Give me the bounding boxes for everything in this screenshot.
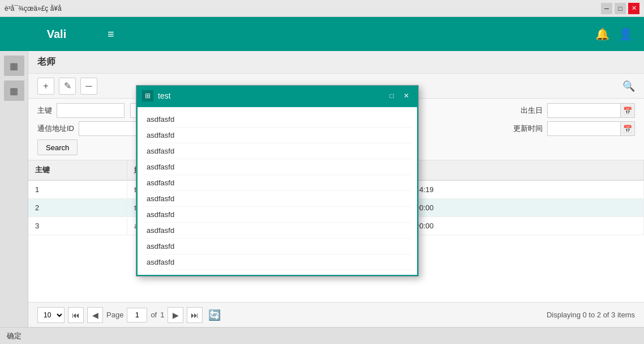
display-info: Displaying 0 to 2 of 3 items [547, 311, 635, 319]
bell-icon[interactable]: 🔔 [595, 27, 609, 41]
page-label: Page [106, 311, 123, 319]
of-label: of [151, 311, 157, 319]
user-icon[interactable]: 👤 [619, 27, 633, 41]
update-time-pair: 📅 [547, 121, 635, 136]
birth-date-calendar-icon[interactable]: 📅 [620, 103, 635, 118]
popup-controls: □ ✕ [385, 90, 413, 102]
popup-list-item[interactable]: asdfasfd [142, 112, 413, 128]
update-time-label: 更新时间 [513, 124, 543, 134]
add-button[interactable]: + [37, 78, 54, 95]
cell-id: 2 [28, 199, 127, 217]
popup-list-item[interactable]: asdfasfd [142, 254, 413, 270]
sidebar: ▦ ▦ [0, 51, 28, 327]
popup-list-item[interactable]: asdfasfd [142, 223, 413, 239]
popup-list-item[interactable]: asdfasfd [142, 239, 413, 254]
popup-close-button[interactable]: ✕ [400, 90, 413, 102]
popup-maximize-button[interactable]: □ [385, 90, 398, 102]
refresh-icon[interactable]: 🔄 [208, 309, 221, 321]
window-title: è³å¯¾çœä»£ç å¥å [5, 5, 601, 12]
col-header-id: 主键 [28, 160, 127, 180]
birth-date-pair: 📅 [547, 103, 635, 118]
page-title: 老师 [37, 56, 55, 68]
popup-content: asdfasfdasdfasfdasdfasfdasdfasfdasdfasfd… [136, 106, 418, 276]
popup-titlebar: ⊞ test □ ✕ [136, 86, 418, 106]
update-time-calendar-icon[interactable]: 📅 [620, 121, 635, 136]
page-number-input[interactable] [127, 308, 147, 322]
primary-key-input-1[interactable] [57, 103, 124, 118]
sidebar-icon-1[interactable]: ▦ [4, 56, 24, 76]
popup-window[interactable]: ⊞ test □ ✕ asdfasfdasdfasfdasdfasfdasdfa… [136, 85, 419, 277]
search-button[interactable]: Search [37, 139, 78, 155]
popup-title: test [158, 91, 385, 100]
popup-list-item[interactable]: asdfasfd [142, 128, 413, 143]
sidebar-icon-2[interactable]: ▦ [4, 80, 24, 101]
cell-id: 3 [28, 217, 127, 235]
birth-date-input[interactable] [547, 103, 621, 118]
status-label: 确定 [7, 331, 22, 341]
title-bar: è³å¯¾çœä»£ç å¥å ─ □ ✕ [0, 0, 644, 17]
birth-date-label: 出生日 [521, 105, 543, 116]
contact-id-label: 通信地址ID [37, 124, 74, 134]
minimize-button[interactable]: ─ [601, 3, 612, 14]
popup-list-item[interactable]: asdfasfd [142, 175, 413, 191]
cell-id: 1 [28, 180, 127, 199]
page-title-bar: 老师 [28, 51, 644, 74]
status-bar: 确定 [0, 327, 644, 344]
header-icons: 🔔 👤 [595, 27, 633, 41]
pagination-bar: 10 25 50 ⏮ ◀ Page of 1 ▶ ⏭ 🔄 Displaying … [28, 302, 644, 327]
popup-list-item[interactable]: asdfasfd [142, 207, 413, 223]
popup-app-icon: ⊞ [142, 90, 153, 101]
total-pages: 1 [160, 311, 164, 319]
window-controls: ─ □ ✕ [601, 3, 639, 14]
page-size-select[interactable]: 10 25 50 [37, 307, 65, 323]
primary-key-label: 主键 [37, 105, 52, 116]
popup-list-item[interactable]: asdfasfd [142, 143, 413, 159]
app-header: Vali ≡ 🔔 👤 [0, 17, 644, 51]
next-page-button[interactable]: ▶ [168, 307, 183, 323]
popup-list-item[interactable]: asdfasfd [142, 191, 413, 207]
delete-button[interactable]: ─ [80, 78, 97, 95]
last-page-button[interactable]: ⏭ [187, 307, 203, 323]
popup-list-item[interactable]: asdfasfd [142, 159, 413, 175]
update-time-input[interactable] [547, 121, 621, 136]
popup-icon-symbol: ⊞ [145, 92, 151, 100]
search-icon[interactable]: 🔍 [622, 80, 635, 92]
prev-page-button[interactable]: ◀ [87, 307, 103, 323]
hamburger-icon[interactable]: ≡ [108, 28, 114, 41]
maximize-button[interactable]: □ [615, 3, 626, 14]
app-title: Vali [11, 28, 102, 41]
first-page-button[interactable]: ⏮ [68, 307, 84, 323]
edit-button[interactable]: ✎ [59, 78, 76, 95]
close-button[interactable]: ✕ [628, 3, 639, 14]
